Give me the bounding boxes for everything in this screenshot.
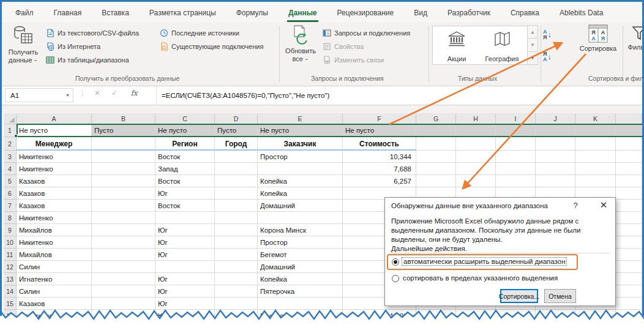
ribbon-item-from-csv[interactable]: Из текстового/CSV-файла [46,27,139,39]
cell-D4[interactable] [215,163,258,175]
cell-B11[interactable] [92,249,155,261]
cell-K2[interactable] [575,137,616,151]
cell-J5[interactable] [536,175,575,187]
row-header-13[interactable]: 13 [4,273,17,285]
sort-button[interactable]: Я А А Я Сортировка [575,24,621,53]
dialog-cancel-button[interactable]: Отмена [544,289,576,303]
cell-B8[interactable] [92,212,155,224]
tab-page-layout[interactable]: Разметка страницы [148,5,217,22]
cell-L7[interactable] [616,200,642,212]
tab-file[interactable]: Файл [14,5,35,22]
row-header-5[interactable]: 5 [4,175,17,187]
row-header-8[interactable]: 8 [4,212,17,224]
cell-C1[interactable]: Не пусто [155,124,215,137]
cell-I1[interactable] [496,124,536,137]
cell-D9[interactable] [215,224,258,236]
row-header-10[interactable]: 10 [4,236,17,249]
cell-L5[interactable] [616,175,642,187]
radio-expand-selection[interactable] [392,258,399,266]
gallery-item-stocks[interactable]: Акции [435,28,478,62]
cell-A4[interactable]: Никитенко [17,163,92,175]
tab-formulas[interactable]: Формулы [235,5,269,22]
cell-B9[interactable] [92,224,155,236]
cell-C8[interactable] [155,212,215,224]
cell-C13[interactable]: Юг [155,273,215,285]
cell-A2[interactable]: Менеджер [17,137,92,151]
cell-C2[interactable]: Регион [155,137,215,151]
refresh-all-button[interactable]: Обновитьвсе [282,24,319,64]
row-header-4[interactable]: 4 [4,163,17,175]
cell-H4[interactable] [456,163,496,175]
cell-B15[interactable] [92,298,155,310]
fill-handle[interactable] [14,134,18,138]
cell-K5[interactable] [575,175,616,187]
cell-F4[interactable]: 7,688 [343,163,416,175]
cell-A11[interactable]: Михайлов [17,249,92,261]
cell-B10[interactable] [92,236,155,249]
gallery-down-icon[interactable]: ▼ [527,38,538,51]
cell-D1[interactable]: Пусто [215,124,258,137]
cell-G2[interactable] [416,137,456,151]
gallery-up-icon[interactable]: ▲ [527,25,538,39]
cell-E16[interactable]: Простор [258,310,343,322]
sort-az-button[interactable]: АЯ↓ [543,27,561,43]
cell-A6[interactable]: Казаков [17,187,92,200]
cell-E12[interactable]: Домашний [258,261,343,273]
cell-L8[interactable] [616,212,642,224]
cell-C6[interactable]: Юг [155,187,215,200]
cell-L9[interactable] [616,224,642,236]
cell-D16[interactable] [215,310,258,322]
radio-within-label[interactable]: сортировать в пределах указанного выделе… [403,274,558,282]
cell-L11[interactable] [616,249,642,261]
cell-G3[interactable] [416,151,456,163]
cell-F3[interactable]: 10,344 [343,151,416,163]
cell-A13[interactable]: Игнатенко [17,273,92,285]
cell-D5[interactable] [215,175,258,187]
cell-F1[interactable]: Не пусто [343,124,416,137]
cell-E2[interactable]: Заказчик [258,137,343,151]
cell-K3[interactable] [575,151,616,163]
cell-D11[interactable] [215,249,258,261]
cell-E13[interactable]: Копейка [258,273,343,285]
dialog-sort-button[interactable]: Сортировка... [500,289,538,303]
cell-J4[interactable] [536,163,575,175]
cell-D13[interactable] [215,273,258,285]
column-header-I[interactable]: I [496,113,536,124]
column-header-A[interactable]: A [17,113,92,124]
cell-L3[interactable] [616,151,642,163]
radio-expand-label[interactable]: автоматически расширить выделенный диапа… [402,257,567,266]
cell-D14[interactable] [215,285,258,298]
cell-E6[interactable]: Копейка [258,187,343,200]
cell-L14[interactable] [616,285,642,298]
column-header-extra[interactable] [616,113,642,124]
cell-C12[interactable] [155,261,215,273]
cell-J1[interactable] [536,124,575,137]
cell-L4[interactable] [616,163,642,175]
cell-D2[interactable]: Город [215,137,258,151]
column-header-J[interactable]: J [536,113,575,124]
cell-G4[interactable] [416,163,456,175]
cell-D8[interactable] [215,212,258,224]
cell-C9[interactable]: Юг [155,224,215,236]
cell-E4[interactable] [258,163,343,175]
cell-F16[interactable]: 12,029 [343,310,416,322]
cell-L16[interactable] [616,310,642,322]
formula-input[interactable]: =ЕСЛИ(СЧЁТЗ(A3:A1048576)=0,"Пусто","Не п… [156,86,642,105]
tab-ablebits-data[interactable]: Ablebits Data [558,5,604,22]
cell-E5[interactable]: Копейка [258,175,343,187]
row-header-3[interactable]: 3 [4,151,17,163]
cell-C14[interactable]: Юг [155,285,215,298]
cell-A9[interactable]: Михайлов [17,224,92,236]
cell-I16[interactable] [496,310,536,322]
cell-A15[interactable]: Казаков [17,298,92,310]
cell-A7[interactable]: Казаков [17,200,92,212]
column-header-H[interactable]: H [456,113,496,124]
cell-I4[interactable] [496,163,536,175]
cell-J3[interactable] [536,151,575,163]
tab-home[interactable]: Главная [53,5,83,22]
row-header-11[interactable]: 11 [4,249,17,261]
column-header-G[interactable]: G [416,113,456,124]
ribbon-item-recent-sources[interactable]: Последние источники [160,27,239,39]
cell-H5[interactable] [456,175,496,187]
tab-developer[interactable]: Разработчик [446,5,492,22]
